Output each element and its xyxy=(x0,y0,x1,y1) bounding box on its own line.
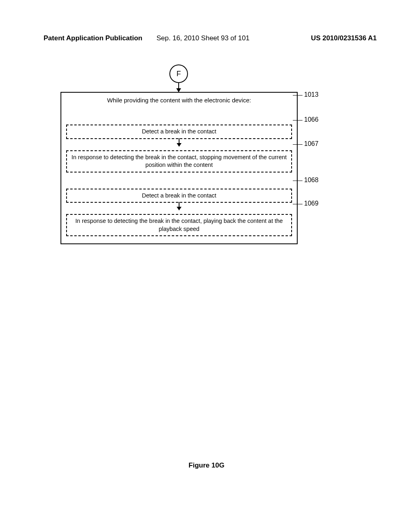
step-text: In response to detecting the break in th… xyxy=(75,218,283,232)
ref-1067: 1067 xyxy=(304,140,319,148)
arrow-icon xyxy=(179,138,179,146)
ref-number: 1068 xyxy=(304,177,319,183)
arrow-icon xyxy=(179,202,179,210)
step-1067: In response to detecting the break in th… xyxy=(66,150,292,172)
arrow-connector-to-box xyxy=(178,83,179,92)
step-text: In response to detecting the break in th… xyxy=(71,154,287,168)
ref-1066: 1066 xyxy=(304,116,319,123)
header-sheet-info: Sep. 16, 2010 Sheet 93 of 101 xyxy=(156,34,250,42)
header-pub-number: US 2010/0231536 A1 xyxy=(311,34,377,42)
step-text: Detect a break in the contact xyxy=(142,128,217,135)
header-publication: Patent Application Publication xyxy=(44,34,142,42)
ref-number: 1069 xyxy=(304,200,319,207)
step-1069: In response to detecting the break in th… xyxy=(66,214,292,236)
step-1066: Detect a break in the contact xyxy=(66,125,292,139)
page-header: Patent Application Publication Sep. 16, … xyxy=(44,34,377,42)
container-title: While providing the content with the ele… xyxy=(65,96,293,108)
step-text: Detect a break in the contact xyxy=(142,192,217,199)
connector-label: F xyxy=(177,70,181,78)
ref-number: 1067 xyxy=(304,140,319,147)
ref-1069: 1069 xyxy=(304,200,319,207)
ref-1013: 1013 xyxy=(304,91,319,98)
step-1068: Detect a break in the contact xyxy=(66,189,292,203)
figure-label: Figure 10G xyxy=(0,461,413,470)
ref-number: 1013 xyxy=(304,91,319,98)
ref-1068: 1068 xyxy=(304,177,319,184)
ref-number: 1066 xyxy=(304,116,319,123)
process-container-1013: While providing the content with the ele… xyxy=(60,92,298,244)
off-page-connector-f: F xyxy=(169,64,188,83)
